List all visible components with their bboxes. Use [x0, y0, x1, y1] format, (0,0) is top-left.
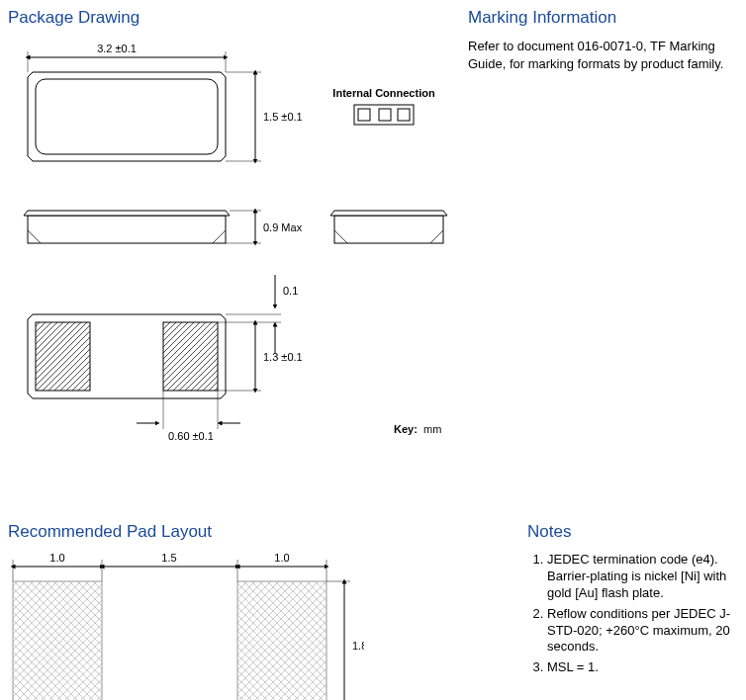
- dim-height-top: 1.5 ±0.1: [263, 111, 303, 123]
- note-3: MSL = 1.: [547, 659, 738, 676]
- svg-rect-7: [354, 105, 414, 125]
- note-2: Reflow conditions per JEDEC J-STD-020; +…: [547, 606, 738, 656]
- note-1: JEDEC termination code (e4). Barrier-pla…: [547, 552, 738, 602]
- marking-info-title: Marking Information: [468, 8, 738, 28]
- svg-rect-11: [28, 216, 226, 243]
- dim-btm-gap: 0.1: [283, 285, 298, 297]
- dim-width: 3.2 ±0.1: [97, 43, 137, 54]
- svg-rect-21: [163, 322, 218, 391]
- key-unit-1: mm: [423, 423, 441, 435]
- svg-rect-39: [13, 581, 102, 700]
- pad-dim-c: 1.0: [274, 552, 289, 564]
- key-label-1: Key:: [394, 423, 418, 435]
- dim-side-h: 0.9 Max: [263, 221, 303, 233]
- svg-rect-20: [36, 322, 90, 391]
- marking-info-text: Refer to document 016-0071-0, TF Marking…: [468, 38, 738, 73]
- svg-rect-17: [334, 216, 443, 243]
- pad-dim-h: 1.8: [352, 640, 364, 652]
- package-drawing-title: Package Drawing: [8, 8, 458, 28]
- pad-dim-a: 1.0: [49, 552, 64, 564]
- pad-layout-drawing: 1.0 1.5 1.0 1.8 Key: mm: [8, 552, 364, 700]
- pad-layout-title: Recommended Pad Layout: [8, 522, 458, 542]
- notes-list: JEDEC termination code (e4). Barrier-pla…: [527, 552, 738, 676]
- dim-btm-pad: 0.60 ±0.1: [168, 430, 214, 442]
- package-drawing: 3.2 ±0.1 1.5 ±0.1 Internal Connection: [8, 38, 458, 482]
- notes-title: Notes: [527, 522, 738, 542]
- pad-dim-b: 1.5: [161, 552, 176, 564]
- internal-connection-label: Internal Connection: [332, 87, 435, 99]
- svg-rect-40: [237, 581, 326, 700]
- dim-btm-h: 1.3 ±0.1: [263, 351, 303, 363]
